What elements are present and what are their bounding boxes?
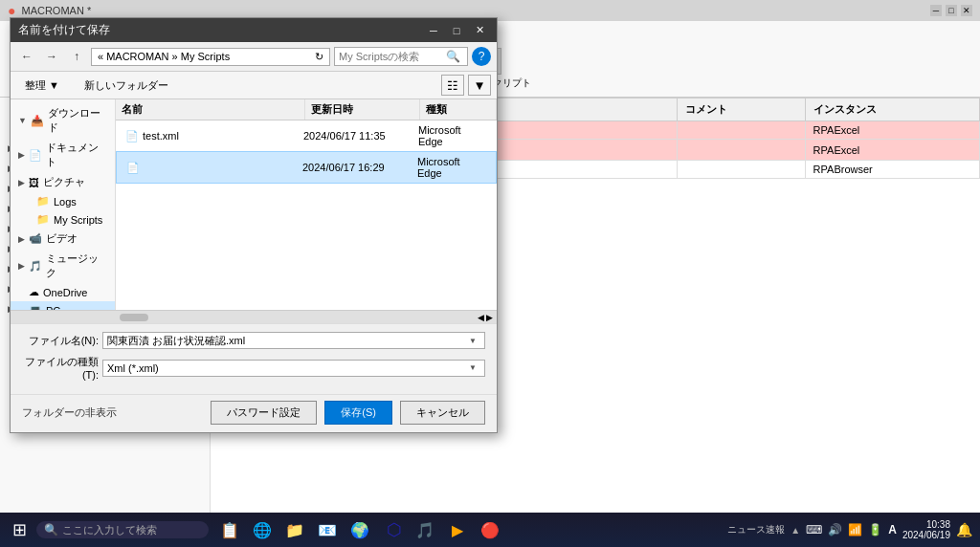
nav-item-music[interactable]: ▶ 🎵 ミュージック: [11, 249, 115, 283]
cell-comment: [677, 161, 805, 179]
addr-path-text: « MACROMAN » My Scripts: [98, 51, 230, 62]
search-input[interactable]: [339, 51, 444, 62]
taskbar-app-package[interactable]: ⬡: [377, 514, 408, 545]
close-app-button[interactable]: ✕: [961, 5, 972, 16]
col-header-comment: コメント: [677, 98, 805, 121]
logs-label: Logs: [54, 196, 77, 208]
file-row-testxml[interactable]: 📄 test.xml 2024/06/17 11:35 Microsoft Ed…: [116, 120, 497, 151]
nav-item-pictures[interactable]: ▶ 🖼 ピクチャ: [11, 172, 115, 192]
nav-item-myscripts[interactable]: ▶ 📁 My Scripts: [11, 210, 115, 229]
dialog-buttons-area: フォルダーの非表示 パスワード設定 保存(S) キャンセル: [11, 394, 497, 432]
forward-button[interactable]: →: [41, 46, 62, 67]
music-folder-icon: 🎵: [29, 260, 42, 273]
view-dropdown-button[interactable]: ▼: [468, 75, 491, 96]
minimize-button[interactable]: ─: [930, 5, 942, 16]
taskbar-app-music[interactable]: 🎵: [410, 514, 440, 545]
help-button[interactable]: ?: [472, 47, 491, 66]
file-name-selected: 📄: [122, 161, 299, 175]
new-folder-button[interactable]: 新しいフォルダー: [76, 76, 177, 96]
filename-input-container[interactable]: ▼: [102, 332, 485, 349]
filename-dropdown-icon[interactable]: ▼: [465, 337, 480, 345]
nav-item-pc[interactable]: ▶ 💻 PC: [11, 301, 115, 310]
app-icon: ●: [8, 3, 15, 18]
file-date-selected: 2024/06/17 16:29: [299, 161, 413, 174]
logs-folder-icon: 📁: [36, 195, 50, 208]
cancel-button[interactable]: キャンセル: [400, 401, 485, 425]
scroll-right-icon[interactable]: ▶: [486, 313, 493, 322]
taskbar-app-files[interactable]: 📋: [214, 514, 245, 545]
col-type-header: 種類: [420, 99, 497, 120]
music-label: ミュージック: [46, 252, 107, 280]
dialog-titlebar: 名前を付けて保存 ─ □ ✕: [11, 18, 497, 42]
file-row-selected[interactable]: 📄 2024/06/17 16:29 Microsoft Edge: [116, 151, 497, 184]
news-label: ニュース速報: [727, 523, 785, 536]
downloads-label: ダウンロード: [48, 106, 107, 135]
organize-button[interactable]: 整理 ▼: [16, 76, 68, 96]
scroll-left-icon[interactable]: ◀: [478, 313, 484, 322]
taskbar-app-mail[interactable]: 📧: [312, 514, 343, 545]
cell-comment: [677, 121, 805, 140]
col-header-instance: インスタンス: [805, 98, 979, 121]
taskbar-clock[interactable]: 10:38 2024/06/19: [902, 519, 950, 540]
taskbar-apps: 📋 🌐 📁 📧 🌍 ⬡ 🎵 ▶ 🔴: [214, 514, 505, 545]
back-button[interactable]: ←: [16, 46, 37, 67]
nav-item-logs[interactable]: ▶ 📁 Logs: [11, 192, 115, 210]
address-path[interactable]: « MACROMAN » My Scripts ↻: [91, 48, 330, 66]
filename-input[interactable]: [107, 335, 465, 346]
dialog-bottom: ファイル名(N): ▼ ファイルの種類(T): ▼: [11, 323, 497, 394]
scroll-arrows: ◀ ▶: [478, 313, 493, 322]
search-box[interactable]: 🔍: [334, 47, 468, 66]
downloads-arrow-icon: ▼: [18, 116, 27, 125]
view-toggle-button[interactable]: ☷: [441, 75, 464, 96]
nav-item-onedrive[interactable]: ▶ ☁ OneDrive: [11, 283, 115, 301]
pictures-folder-icon: 🖼: [29, 177, 39, 188]
filetype-dropdown-icon[interactable]: ▼: [465, 363, 480, 372]
clock-date: 2024/06/19: [902, 530, 950, 540]
dialog-minimize-button[interactable]: ─: [424, 23, 443, 38]
taskbar-chevron-icon[interactable]: ▲: [791, 525, 800, 536]
taskbar-app-video[interactable]: ▶: [442, 514, 473, 545]
filetype-input[interactable]: [107, 362, 465, 374]
nav-item-documents[interactable]: ▶ 📄 ドキュメント: [11, 138, 115, 172]
notification-icon[interactable]: 🔔: [956, 522, 972, 537]
pc-icon: 💻: [29, 304, 42, 310]
horizontal-scrollbar[interactable]: [120, 314, 148, 321]
myscripts-label: My Scripts: [54, 214, 102, 226]
save-button[interactable]: 保存(S): [324, 401, 392, 425]
dialog-maximize-button[interactable]: □: [447, 23, 466, 38]
volume-icon[interactable]: 🔊: [828, 523, 842, 536]
onedrive-icon: ☁: [29, 286, 39, 298]
dialog-addressbar: ← → ↑ « MACROMAN » My Scripts ↻ 🔍 ?: [11, 42, 497, 72]
file-date-testxml: 2024/06/17 11:35: [300, 129, 414, 142]
up-button[interactable]: ↑: [66, 46, 87, 67]
onedrive-label: OneDrive: [43, 287, 87, 298]
file-save-dialog: 名前を付けて保存 ─ □ ✕ ← → ↑ « MACROMAN » My Scr…: [10, 17, 498, 433]
pc-label: PC: [46, 305, 60, 311]
taskbar-app-folder[interactable]: 📁: [279, 514, 310, 545]
pictures-label: ピクチャ: [43, 175, 85, 189]
file-type-selected: Microsoft Edge: [413, 155, 490, 180]
filetype-input-container[interactable]: ▼: [102, 360, 485, 377]
dialog-close-button[interactable]: ✕: [470, 23, 489, 38]
taskbar-app-edge[interactable]: 🌐: [247, 514, 278, 545]
app-title: MACROMAN *: [21, 5, 91, 16]
network-status-icon[interactable]: 📶: [848, 523, 862, 536]
battery-icon[interactable]: 🔋: [868, 523, 882, 536]
taskbar-app-pokeball[interactable]: 🔴: [475, 514, 505, 545]
taskbar-search-box[interactable]: 🔍: [36, 521, 209, 538]
videos-label: ビデオ: [46, 231, 78, 246]
password-button[interactable]: パスワード設定: [211, 401, 317, 425]
taskbar-search-input[interactable]: [62, 524, 187, 536]
taskbar-app-browser[interactable]: 🌍: [345, 514, 375, 545]
maximize-button[interactable]: □: [946, 5, 957, 16]
pictures-arrow-icon: ▶: [18, 178, 25, 187]
folder-toggle[interactable]: フォルダーの非表示: [22, 405, 117, 420]
nav-item-videos[interactable]: ▶ 📹 ビデオ: [11, 229, 115, 249]
dialog-title-controls: ─ □ ✕: [424, 23, 489, 38]
start-button[interactable]: ⊞: [4, 514, 34, 545]
keyboard-icon: ⌨: [806, 523, 822, 536]
videos-arrow-icon: ▶: [18, 234, 25, 244]
letter-a-icon: A: [888, 523, 897, 536]
myscripts-folder-icon: 📁: [36, 213, 50, 226]
nav-item-downloads[interactable]: ▼ 📥 ダウンロード: [11, 103, 115, 138]
